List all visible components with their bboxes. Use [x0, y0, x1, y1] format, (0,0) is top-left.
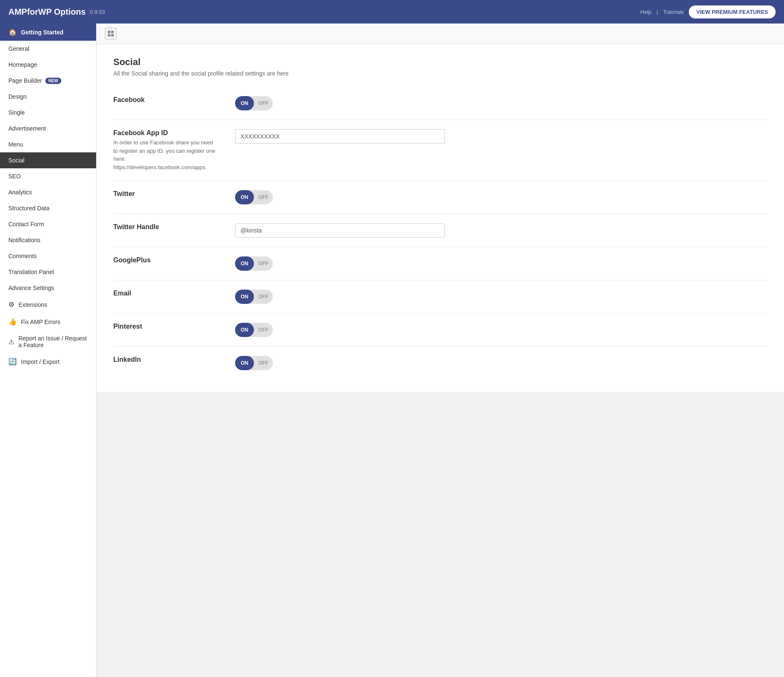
sidebar-item-label: Design [8, 93, 27, 100]
setting-email: Email ON OFF [113, 280, 767, 314]
sidebar-item-getting-started[interactable]: 🏠 Getting Started [0, 24, 96, 41]
toggle-on-label[interactable]: ON [235, 356, 254, 370]
sidebar-item-label: SEO [8, 173, 21, 180]
toggle-off-label[interactable]: OFF [254, 190, 273, 204]
thumbsup-icon: 👍 [8, 318, 17, 326]
toggle-on-label[interactable]: ON [235, 256, 254, 271]
setting-label: LinkedIn [113, 356, 218, 363]
sidebar-item-comments[interactable]: Comments [0, 248, 96, 264]
setting-label-col: Facebook [113, 96, 218, 104]
setting-linkedin: LinkedIn ON OFF [113, 347, 767, 379]
sidebar-item-label: Page Builder [8, 77, 42, 84]
sidebar-item-translation-panel[interactable]: Translation Panel [0, 264, 96, 280]
pinterest-toggle[interactable]: ON OFF [235, 323, 273, 337]
sidebar-item-contact-form[interactable]: Contact Form [0, 216, 96, 232]
grid-view-button[interactable] [105, 28, 117, 39]
toggle-off-label[interactable]: OFF [254, 356, 273, 370]
sidebar-item-page-builder[interactable]: Page Builder NEW [0, 73, 96, 89]
toggle-on-label[interactable]: ON [235, 290, 254, 304]
sidebar-item-label: Menu [8, 141, 23, 148]
facebook-toggle[interactable]: ON OFF [235, 96, 273, 110]
sidebar-item-social[interactable]: Social [0, 152, 96, 168]
setting-label: Facebook App ID [113, 129, 218, 137]
sidebar-item-homepage[interactable]: Homepage [0, 57, 96, 73]
sidebar-item-fix-amp[interactable]: 👍 Fix AMP Errors [0, 313, 96, 330]
sidebar-item-notifications[interactable]: Notifications [0, 232, 96, 248]
sidebar-item-label: Advertisement [8, 125, 46, 132]
setting-facebook: Facebook ON OFF [113, 87, 767, 120]
googleplus-toggle[interactable]: ON OFF [235, 256, 273, 271]
sidebar-item-label: General [8, 45, 29, 52]
sidebar-item-single[interactable]: Single [0, 105, 96, 120]
tutorials-link[interactable]: Tutorials [663, 9, 684, 15]
twitter-toggle[interactable]: ON OFF [235, 190, 273, 204]
sidebar-item-structured-data[interactable]: Structured Data [0, 200, 96, 216]
sidebar-item-import-export[interactable]: 🔄 Import / Export [0, 353, 96, 370]
setting-twitter: Twitter ON OFF [113, 181, 767, 214]
setting-label-col: Twitter [113, 190, 218, 198]
sidebar-item-label: Contact Form [8, 221, 44, 227]
sidebar-item-advance-settings[interactable]: Advance Settings [0, 280, 96, 296]
sidebar-item-label: Single [8, 109, 25, 116]
gear-icon: ⚙ [8, 301, 14, 308]
sidebar-item-label: Advance Settings [8, 285, 54, 291]
setting-label-col: Pinterest [113, 323, 218, 330]
header-right: Help | Tutorials VIEW PREMIUM FEATURES [640, 5, 776, 18]
toggle-on-label[interactable]: ON [235, 323, 254, 337]
sidebar-item-extensions[interactable]: ⚙ Extensions [0, 296, 96, 313]
sidebar-item-label: Translation Panel [8, 269, 54, 275]
settings-panel: Social All the Social sharing and the so… [97, 44, 784, 392]
main-layout: 🏠 Getting Started General Homepage Page … [0, 24, 784, 677]
email-toggle[interactable]: ON OFF [235, 290, 273, 304]
setting-control: ON OFF [235, 96, 767, 110]
setting-label: Facebook [113, 96, 218, 104]
toggle-off-label[interactable]: OFF [254, 323, 273, 337]
sidebar-item-label: Analytics [8, 189, 32, 196]
sidebar-item-report-issue[interactable]: ⚠ Report an Issue / Request a Feature [0, 330, 96, 353]
sidebar-item-advertisement[interactable]: Advertisement [0, 120, 96, 136]
sidebar-item-label: Fix AMP Errors [21, 319, 60, 325]
sidebar-item-label: Report an Issue / Request a Feature [18, 335, 88, 348]
app-version: 0.9.53 [90, 9, 105, 15]
toggle-off-label[interactable]: OFF [254, 96, 273, 110]
header-left: AMPforWP Options 0.9.53 [8, 7, 105, 17]
sidebar-item-label: Extensions [18, 301, 47, 308]
toggle-off-label[interactable]: OFF [254, 290, 273, 304]
setting-control: ON OFF [235, 323, 767, 337]
setting-facebook-app-id: Facebook App ID In order to use Facebook… [113, 120, 767, 181]
warning-icon: ⚠ [8, 338, 14, 346]
svg-rect-2 [108, 34, 110, 37]
twitter-handle-input[interactable] [235, 223, 445, 238]
toggle-off-label[interactable]: OFF [254, 256, 273, 271]
sidebar-item-label: Import / Export [21, 358, 60, 365]
new-badge: NEW [45, 78, 61, 84]
setting-control: ON OFF [235, 190, 767, 204]
setting-label-col: Facebook App ID In order to use Facebook… [113, 129, 218, 171]
sidebar-item-analytics[interactable]: Analytics [0, 184, 96, 200]
setting-label: Pinterest [113, 323, 218, 330]
setting-label-col: LinkedIn [113, 356, 218, 363]
linkedin-toggle[interactable]: ON OFF [235, 356, 273, 370]
sidebar-item-general[interactable]: General [0, 41, 96, 57]
sidebar-item-menu[interactable]: Menu [0, 136, 96, 152]
toggle-on-label[interactable]: ON [235, 190, 254, 204]
sidebar-item-label: Comments [8, 253, 37, 259]
sidebar-item-label: Structured Data [8, 205, 50, 212]
section-title: Social [113, 57, 767, 68]
toggle-on-label[interactable]: ON [235, 96, 254, 110]
setting-label: Twitter [113, 190, 218, 198]
sidebar-item-design[interactable]: Design [0, 89, 96, 105]
app-title: AMPforWP Options [8, 7, 86, 17]
help-link[interactable]: Help [640, 9, 652, 15]
premium-button[interactable]: VIEW PREMIUM FEATURES [689, 5, 776, 18]
setting-twitter-handle: Twitter Handle [113, 214, 767, 247]
sidebar-item-seo[interactable]: SEO [0, 168, 96, 184]
setting-googleplus: GooglePlus ON OFF [113, 247, 767, 280]
facebook-app-id-input[interactable] [235, 129, 445, 144]
setting-label-col: Email [113, 290, 218, 297]
setting-control: ON OFF [235, 256, 767, 271]
sidebar: 🏠 Getting Started General Homepage Page … [0, 24, 97, 677]
header-divider: | [656, 9, 658, 15]
setting-label-col: Twitter Handle [113, 223, 218, 231]
setting-control: ON OFF [235, 356, 767, 370]
